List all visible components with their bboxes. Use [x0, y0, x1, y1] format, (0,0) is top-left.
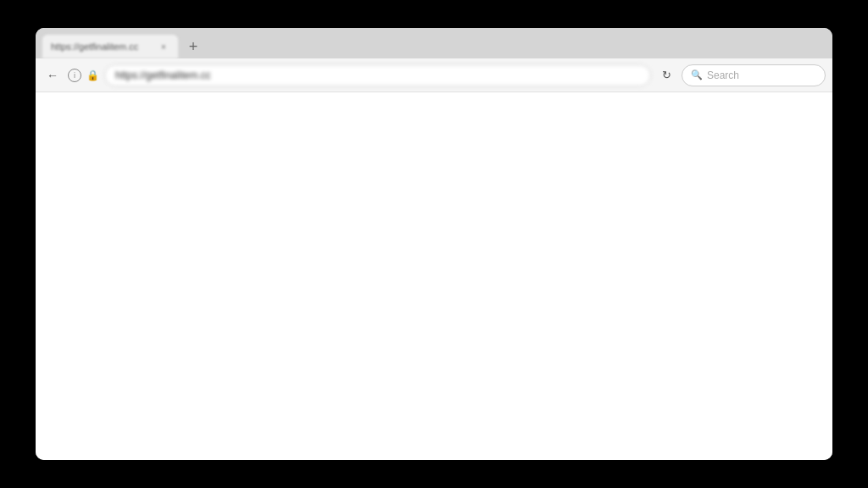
search-field[interactable]: 🔍 Search: [682, 64, 826, 86]
tab-bar: https://getfinalitem.cc × +: [36, 28, 832, 58]
lock-icon: 🔒: [86, 69, 99, 81]
new-tab-button[interactable]: +: [181, 35, 205, 58]
search-placeholder: Search: [707, 69, 739, 81]
search-icon: 🔍: [691, 69, 703, 80]
back-button[interactable]: ←: [42, 65, 63, 86]
url-field[interactable]: https://getfinalitem.cc: [104, 64, 651, 86]
address-bar: ← i 🔒 https://getfinalitem.cc ↻ 🔍 Search: [36, 58, 832, 92]
tab-title: https://getfinalitem.cc: [51, 42, 151, 52]
tab-close-button[interactable]: ×: [158, 41, 170, 53]
refresh-button[interactable]: ↻: [656, 65, 676, 86]
active-tab[interactable]: https://getfinalitem.cc ×: [42, 35, 178, 58]
info-icon[interactable]: i: [68, 69, 81, 82]
page-content: [36, 92, 832, 460]
browser-window: https://getfinalitem.cc × + ← i 🔒 https:…: [36, 28, 832, 460]
